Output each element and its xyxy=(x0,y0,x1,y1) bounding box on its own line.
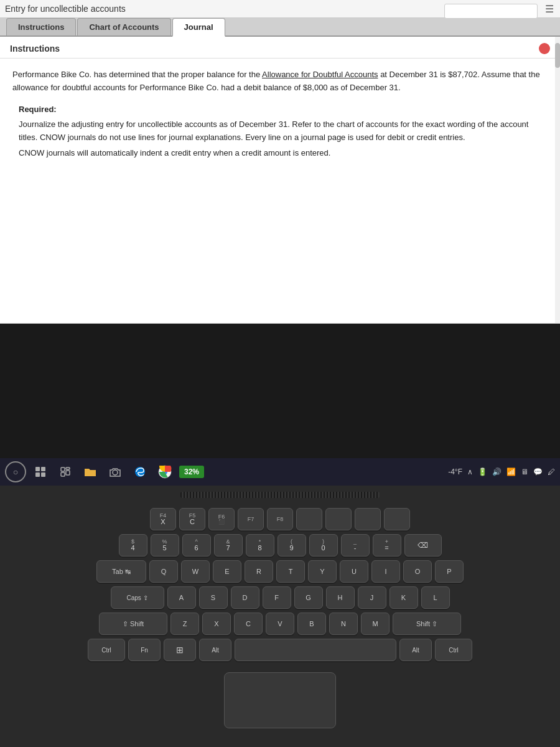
svg-rect-2 xyxy=(35,472,40,477)
key-tab[interactable]: Tab ↹ xyxy=(96,560,146,583)
key-space[interactable] xyxy=(235,639,396,661)
key-p[interactable]: P xyxy=(435,560,464,583)
menu-icon[interactable]: ☰ xyxy=(545,3,554,15)
key-b[interactable]: B xyxy=(297,613,326,635)
key-o[interactable]: O xyxy=(403,560,432,583)
search-input[interactable] xyxy=(444,4,538,19)
key-t[interactable]: T xyxy=(276,560,305,583)
svg-rect-7 xyxy=(61,472,65,476)
key-percent-5[interactable]: % 5 xyxy=(151,534,179,557)
key-plus[interactable]: + = xyxy=(373,534,401,557)
allowance-link[interactable]: Allowance for Doubtful Accounts xyxy=(262,70,378,79)
battery-indicator: 32% xyxy=(179,466,204,478)
instructions-section-header: Instructions xyxy=(0,37,560,59)
key-shift-right[interactable]: Shift ⇧ xyxy=(393,613,461,635)
laptop-body: F4 X F5 C F6 ⬛ F7 xyxy=(0,486,560,747)
key-paren-0[interactable]: ) 0 xyxy=(309,534,338,557)
pen-icon[interactable]: 🖊 xyxy=(548,467,555,476)
key-backspace[interactable]: ⌫ xyxy=(404,534,442,557)
key-r[interactable]: R xyxy=(245,560,273,583)
svg-rect-3 xyxy=(41,472,45,477)
instructions-paragraph-1: Performance Bike Co. has determined that… xyxy=(12,68,548,95)
tab-instructions[interactable]: Instructions xyxy=(6,18,76,35)
qwerty-row: Tab ↹ Q W E R T Y U I O P xyxy=(96,560,464,583)
key-g[interactable]: G xyxy=(294,586,323,609)
key-c[interactable]: C xyxy=(234,613,263,635)
key-l[interactable]: L xyxy=(421,586,450,609)
touchpad[interactable] xyxy=(224,672,336,728)
zxcv-row: ⇧ Shift Z X C V B N M Shift ⇧ xyxy=(99,613,461,635)
key-x[interactable]: X xyxy=(202,613,231,635)
key-capslock[interactable]: Caps ⇪ xyxy=(111,586,164,609)
scrollbar-thumb[interactable] xyxy=(555,43,560,68)
start-button[interactable]: ○ xyxy=(5,461,26,482)
key-f8[interactable]: F8 xyxy=(267,508,293,530)
close-button[interactable] xyxy=(539,43,550,54)
key-f9[interactable] xyxy=(296,508,322,530)
key-y[interactable]: Y xyxy=(308,560,337,583)
instructions-section-label: Instructions xyxy=(10,44,60,54)
network-icon[interactable]: 📶 xyxy=(506,467,516,476)
fn-key-row: F4 X F5 C F6 ⬛ F7 xyxy=(150,508,410,530)
file-explorer-icon[interactable] xyxy=(80,461,101,482)
notification-icon[interactable]: 💬 xyxy=(533,467,543,476)
key-alt-left[interactable]: Alt xyxy=(199,639,231,661)
screen-icon[interactable]: 🖥 xyxy=(521,467,528,476)
key-alt-right[interactable]: Alt xyxy=(399,639,432,661)
key-j[interactable]: J xyxy=(358,586,386,609)
tab-journal[interactable]: Journal xyxy=(172,18,225,37)
key-s[interactable]: S xyxy=(199,586,228,609)
volume-icon[interactable]: 🔊 xyxy=(492,467,502,476)
key-k[interactable]: K xyxy=(390,586,418,609)
key-f10[interactable] xyxy=(325,508,352,530)
camera-icon[interactable] xyxy=(105,461,126,482)
key-amp-7[interactable]: & 7 xyxy=(214,534,243,557)
key-fn-left[interactable]: Fn xyxy=(128,639,161,661)
key-f12[interactable] xyxy=(384,508,410,530)
key-h[interactable]: H xyxy=(326,586,355,609)
taskview-icon[interactable] xyxy=(30,461,51,482)
scrollbar-track[interactable] xyxy=(555,37,560,323)
key-caret-6[interactable]: ^ 6 xyxy=(182,534,211,557)
svg-rect-0 xyxy=(35,467,40,471)
keyboard-area: F4 X F5 C F6 ⬛ F7 xyxy=(0,486,560,747)
key-n[interactable]: N xyxy=(329,613,358,635)
key-x-f4[interactable]: F4 X xyxy=(150,508,176,530)
content-spacer xyxy=(0,172,560,297)
tab-bar: Instructions Chart of Accounts Journal xyxy=(0,18,560,37)
key-paren-9[interactable]: ( 9 xyxy=(278,534,306,557)
key-a[interactable]: A xyxy=(167,586,196,609)
start-icon: ○ xyxy=(13,467,18,477)
key-ctrl-right[interactable]: Ctrl xyxy=(435,639,472,661)
chevron-up-icon[interactable]: ∧ xyxy=(467,467,473,476)
key-ctrl-left[interactable]: Ctrl xyxy=(88,639,125,661)
chrome-icon[interactable] xyxy=(154,461,175,482)
key-f11[interactable] xyxy=(355,508,381,530)
tab-chart-of-accounts[interactable]: Chart of Accounts xyxy=(77,18,170,35)
key-w[interactable]: W xyxy=(181,560,210,583)
key-f7[interactable]: F7 xyxy=(238,508,264,530)
key-d[interactable]: D xyxy=(231,586,259,609)
key-dollar-4[interactable]: $ 4 xyxy=(119,534,147,557)
key-f6[interactable]: F6 ⬛ xyxy=(208,508,235,530)
key-f[interactable]: F xyxy=(263,586,291,609)
edge-icon[interactable] xyxy=(129,461,151,482)
taskbar: ○ 32% -4°F ∧ 🔋 🔊 📶 🖥 💬 🖊 xyxy=(0,458,560,486)
key-shift-left[interactable]: ⇧ Shift xyxy=(99,613,167,635)
widgets-icon[interactable] xyxy=(55,461,76,482)
asdf-row: Caps ⇪ A S D F G H J K L xyxy=(111,586,450,609)
key-underscore[interactable]: _ - xyxy=(341,534,370,557)
key-m[interactable]: M xyxy=(361,613,390,635)
key-u[interactable]: U xyxy=(340,560,368,583)
key-e[interactable]: E xyxy=(213,560,241,583)
key-star-8[interactable]: * 8 xyxy=(246,534,274,557)
title-bar: Entry for uncollectible accounts ☰ xyxy=(0,0,560,18)
key-win[interactable]: ⊞ xyxy=(164,639,196,661)
key-q[interactable]: Q xyxy=(149,560,178,583)
key-i[interactable]: I xyxy=(371,560,400,583)
svg-rect-6 xyxy=(66,471,70,475)
key-z[interactable]: Z xyxy=(170,613,199,635)
key-c-f5[interactable]: F5 C xyxy=(179,508,205,530)
required-text-1: Journalize the adjusting entry for uncol… xyxy=(19,118,548,144)
key-v[interactable]: V xyxy=(266,613,294,635)
